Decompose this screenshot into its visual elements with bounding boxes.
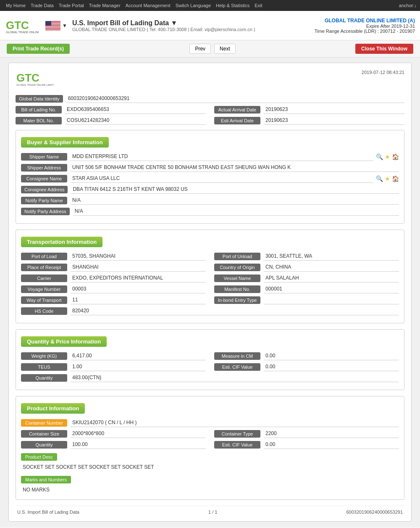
account-info: GLOBAL TRADE ONLINE LIMITED (A) Expire A… bbox=[315, 18, 415, 34]
teus-row: TEUS 1.00 Esti. CIF Value 0.00 bbox=[21, 363, 399, 371]
shipper-name-row: Shipper Name MDD ENTERPRISE LTD 🔍 ★ 🏠 bbox=[21, 153, 399, 161]
nav-switch-language[interactable]: Switch Language bbox=[173, 3, 213, 8]
port-of-load-value: 57035, SHANGHAI bbox=[71, 252, 206, 261]
way-of-transport-label: Way of Transport bbox=[21, 296, 67, 304]
consignee-home-icon[interactable]: 🏠 bbox=[392, 175, 399, 182]
notify-party-address-value: N/A bbox=[73, 207, 399, 216]
page-title: U.S. Import Bill of Lading Data ▼ bbox=[72, 19, 315, 27]
next-button-top[interactable]: Next bbox=[214, 44, 236, 54]
hs-code-label: HS Code bbox=[21, 307, 67, 315]
master-bol-value: COSU6214282340 bbox=[65, 116, 206, 125]
manifest-no-label: Manifest No. bbox=[214, 285, 260, 293]
marks-numbers-label: Marks and Numbers bbox=[21, 476, 71, 483]
bol-row: Bill of Lading No. EXDO6395406653 Actual… bbox=[16, 106, 404, 114]
consignee-star-icon[interactable]: ★ bbox=[385, 175, 390, 182]
logo-svg: GTC GLOBAL TRADE ONLINE LIMITED bbox=[5, 17, 39, 34]
buyer-supplier-header: Buyer & Supplier Information bbox=[21, 137, 109, 148]
nav-trade-portal[interactable]: Trade Portal bbox=[56, 3, 87, 8]
actual-arrival-date-value: 20190623 bbox=[264, 106, 404, 114]
header-bar: GTC GLOBAL TRADE ONLINE LIMITED ▼ U.S. I… bbox=[0, 11, 420, 40]
global-data-identity-value: 6003201906240000653291 bbox=[66, 95, 404, 103]
port-of-load-label: Port of Load bbox=[21, 253, 67, 260]
marks-numbers-block: Marks and Numbers NO MARKS bbox=[21, 474, 399, 494]
master-bol-label: Mater BOL No. bbox=[16, 117, 62, 124]
esti-cif-value: 0.00 bbox=[264, 363, 399, 371]
voyage-row: Voyage Number 00003 Manifest No. 000001 bbox=[21, 285, 399, 293]
way-of-transport-row: Way of Transport 11 In-bond Entry Type bbox=[21, 296, 399, 304]
consignee-icons: 🔍 ★ 🏠 bbox=[376, 175, 399, 182]
place-of-receipt-label: Place of Receipt bbox=[21, 264, 67, 271]
carrier-label: Carrier bbox=[21, 275, 67, 282]
country-of-origin-value: CN, CHINA bbox=[264, 263, 399, 272]
record-logo: GTC GLOBAL TRADE ONLINE LIMITED bbox=[16, 70, 53, 89]
transportation-section: Transportation Information Port of Load … bbox=[16, 230, 404, 323]
user-anchor[interactable]: anchor:↓ bbox=[399, 3, 417, 8]
svg-text:GTC: GTC bbox=[6, 19, 29, 32]
product-desc-value: SOCKET SET SOCKET SET SOCKET SET SOCKET … bbox=[21, 462, 399, 473]
quantity-price-header: Quantity & Price Information bbox=[21, 336, 107, 347]
container-number-value: SKIU2142070 ( CN / L / HH ) bbox=[71, 419, 399, 427]
place-receipt-row: Place of Receipt SHANGHAI Country of Ori… bbox=[21, 263, 399, 272]
print-button-top[interactable]: Print Trade Record(s) bbox=[7, 44, 70, 54]
prev-button-top[interactable]: Prev bbox=[189, 44, 211, 54]
quantity-row: Quantity 483.00(CTN) bbox=[21, 374, 399, 382]
svg-text:GTC: GTC bbox=[16, 71, 39, 84]
esti-arrival-label: Esti Arrival Date bbox=[214, 117, 260, 124]
record-header: GTC GLOBAL TRADE ONLINE LIMITED 2019-07-… bbox=[16, 70, 404, 89]
record-timestamp: 2019-07-12 08:43:21 bbox=[362, 70, 404, 75]
voyage-number-label: Voyage Number bbox=[21, 285, 67, 293]
container-size-value: 2000*806*800 bbox=[71, 430, 206, 438]
nav-trade-manager[interactable]: Trade Manager bbox=[87, 3, 123, 8]
product-quantity-label: Quantity bbox=[21, 441, 67, 449]
container-type-value: 2200 bbox=[264, 430, 399, 438]
product-quantity-row: Quantity 100.00 Esti. CIF Value 0.00 bbox=[21, 441, 399, 449]
nav-account-management[interactable]: Account Management bbox=[123, 3, 173, 8]
nav-help-statistics[interactable]: Help & Statistics bbox=[213, 3, 252, 8]
hs-code-value: 820420 bbox=[71, 307, 399, 315]
carrier-row: Carrier EXDO, EXPEDITORS INTERNATIONAL V… bbox=[21, 274, 399, 282]
weight-value: 6,417.00 bbox=[71, 352, 206, 360]
product-quantity-value: 100.00 bbox=[71, 441, 206, 449]
product-desc-block: Product Desc SOCKET SET SOCKET SET SOCKE… bbox=[21, 451, 399, 473]
notify-party-name-label: Notify Party Name bbox=[21, 197, 67, 204]
product-section: Product Information Container Number SKI… bbox=[16, 396, 404, 500]
consignee-name-row: Consignee Name STAR ASIA USA LLC 🔍 ★ 🏠 bbox=[21, 174, 399, 183]
container-number-row: Container Number SKIU2142070 ( CN / L / … bbox=[21, 419, 399, 427]
svg-rect-6 bbox=[45, 26, 60, 26]
notify-party-name-value: N/A bbox=[71, 196, 399, 205]
shipper-star-icon[interactable]: ★ bbox=[385, 153, 390, 160]
product-desc-label: Product Desc bbox=[21, 453, 57, 461]
container-size-label: Container Size bbox=[21, 430, 67, 438]
svg-text:GLOBAL TRADE ONLINE LIMITED: GLOBAL TRADE ONLINE LIMITED bbox=[16, 84, 53, 86]
expire-date: Expire After 2019-12-31 bbox=[315, 24, 415, 29]
shipper-name-label: Shipper Name bbox=[21, 153, 67, 161]
global-data-identity-row: Global Data Identity 6003201906240000653… bbox=[16, 95, 404, 103]
nav-trade-data[interactable]: Trade Data bbox=[28, 3, 56, 8]
flag-dropdown-arrow[interactable]: ▼ bbox=[62, 23, 67, 29]
measure-in-cm-label: Measure in CM bbox=[214, 352, 260, 360]
consignee-address-row: Consignee Address DBA TITAN 6412 S 216TH… bbox=[21, 185, 399, 194]
shipper-icons: 🔍 ★ 🏠 bbox=[376, 153, 399, 160]
bol-no-label: Bill of Lading No. bbox=[16, 106, 62, 114]
close-button-top[interactable]: Close This Window bbox=[355, 44, 413, 54]
ldr-range: Time Range Accessible (LDR) : 200712 - 2… bbox=[315, 29, 415, 34]
measure-in-cm-value: 0.00 bbox=[264, 352, 399, 360]
nav-exit[interactable]: Exit bbox=[252, 3, 265, 8]
weight-label: Weight (KG) bbox=[21, 352, 67, 360]
shipper-address-value: UNIT 506 5/F BONHAM TRADE CENTRE 50 BONH… bbox=[71, 164, 399, 172]
place-of-receipt-value: SHANGHAI bbox=[71, 263, 206, 272]
company-name-link[interactable]: GLOBAL TRADE ONLINE LIMITED (A) bbox=[325, 18, 415, 24]
quantity-price-section: Quantity & Price Information Weight (KG)… bbox=[16, 329, 404, 390]
product-esti-cif-label: Esti. CIF Value bbox=[214, 441, 260, 449]
container-type-label: Container Type bbox=[214, 430, 260, 438]
us-flag bbox=[45, 21, 60, 30]
record-card: GTC GLOBAL TRADE ONLINE LIMITED 2019-07-… bbox=[8, 63, 412, 522]
vessel-name-value: APL SALALAH bbox=[264, 274, 399, 282]
consignee-address-value: DBA TITAN 6412 S 216TH ST KENT WA 98032 … bbox=[71, 185, 399, 194]
nav-my-home[interactable]: My Home bbox=[3, 3, 28, 8]
shipper-search-icon[interactable]: 🔍 bbox=[376, 153, 383, 160]
flag-selector[interactable]: ▼ bbox=[45, 21, 67, 30]
consignee-search-icon[interactable]: 🔍 bbox=[376, 175, 383, 182]
shipper-home-icon[interactable]: 🏠 bbox=[392, 153, 399, 160]
consignee-name-value: STAR ASIA USA LLC bbox=[71, 174, 373, 183]
